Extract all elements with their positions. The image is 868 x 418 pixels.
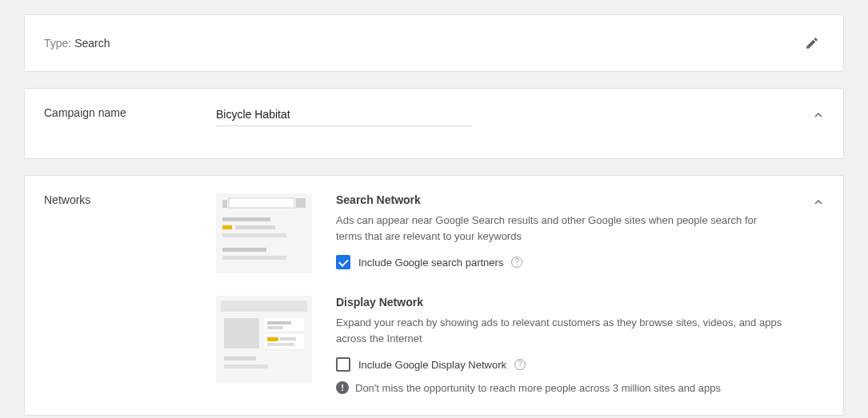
display-network-thumb-icon — [216, 296, 312, 384]
svg-rect-5 — [222, 225, 232, 229]
help-icon[interactable]: ? — [514, 359, 526, 370]
edit-type-button[interactable] — [800, 31, 824, 55]
search-partners-checkbox-label: Include Google search partners — [358, 257, 503, 269]
svg-rect-11 — [221, 301, 307, 312]
svg-rect-6 — [235, 225, 275, 229]
info-icon: ! — [336, 381, 349, 394]
svg-rect-1 — [222, 200, 227, 208]
svg-rect-19 — [267, 343, 294, 346]
collapse-networks-button[interactable] — [806, 190, 830, 214]
svg-rect-12 — [224, 318, 259, 348]
display-network-checkbox-label: Include Google Display Network — [358, 359, 506, 371]
search-network-block: Search Network Ads can appear near Googl… — [216, 193, 824, 273]
campaign-name-card: Campaign name — [24, 88, 844, 159]
display-network-desc: Expand your reach by showing ads to rele… — [336, 315, 784, 346]
svg-rect-18 — [280, 337, 296, 340]
campaign-name-input[interactable] — [216, 106, 472, 126]
networks-label: Networks — [44, 193, 216, 206]
svg-rect-9 — [222, 256, 286, 260]
chevron-up-icon — [811, 108, 826, 122]
collapse-campaign-name-button[interactable] — [806, 103, 830, 127]
search-network-thumb-icon — [216, 193, 312, 273]
svg-rect-14 — [267, 321, 291, 324]
search-network-desc: Ads can appear near Google Search result… — [336, 213, 784, 244]
svg-rect-4 — [222, 217, 270, 221]
search-network-title: Search Network — [336, 193, 784, 206]
display-network-title: Display Network — [336, 296, 784, 309]
svg-rect-20 — [224, 356, 256, 360]
svg-rect-3 — [296, 198, 306, 208]
display-network-note: Don't miss the opportunity to reach more… — [355, 382, 721, 394]
svg-rect-7 — [222, 233, 286, 237]
svg-rect-8 — [222, 248, 266, 252]
pencil-icon — [805, 36, 819, 50]
chevron-up-icon — [811, 195, 826, 209]
search-partners-checkbox[interactable] — [336, 255, 350, 269]
networks-card: Networks — [24, 175, 844, 416]
display-network-block: Display Network Expand your reach by sho… — [216, 296, 824, 394]
type-text: Type: Search — [44, 37, 110, 50]
display-network-checkbox[interactable] — [336, 357, 350, 372]
type-value: Search — [74, 37, 110, 50]
svg-rect-15 — [267, 326, 283, 329]
svg-rect-17 — [267, 337, 278, 341]
campaign-name-label: Campaign name — [44, 106, 216, 119]
type-card: Type: Search — [24, 14, 844, 72]
svg-rect-2 — [229, 198, 294, 208]
svg-rect-21 — [224, 364, 268, 368]
type-label: Type: — [44, 37, 74, 50]
help-icon[interactable]: ? — [511, 257, 522, 268]
